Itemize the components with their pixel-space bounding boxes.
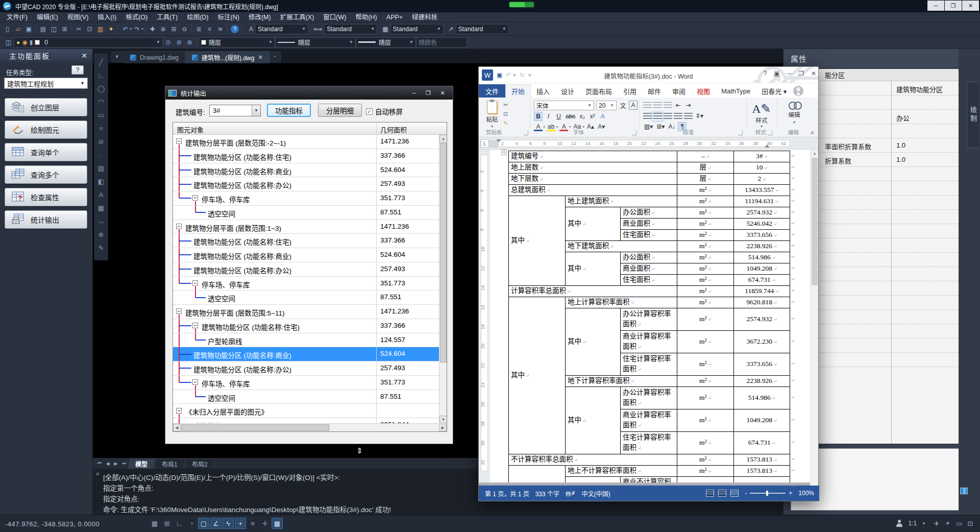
decrease-indent-icon[interactable]: ⇤ (674, 101, 682, 110)
layer-previous-icon[interactable]: ⊘ (174, 37, 184, 47)
table-cell[interactable]: 办公面积 (621, 252, 677, 263)
make-object-layer-current-icon[interactable]: ⊙ (163, 37, 174, 47)
align-right-icon[interactable] (664, 113, 672, 120)
shading-icon[interactable]: ▨▾ (643, 122, 654, 131)
unit-cell[interactable]: 层 (677, 174, 734, 185)
maximize-button[interactable]: ❐ (945, 1, 962, 11)
table-cell[interactable]: 住宅计算容积率面积 (621, 353, 677, 376)
unit-cell[interactable]: m² (677, 275, 734, 286)
value-cell[interactable]: 2238.926 (734, 241, 790, 252)
dyn-icon[interactable]: ϟ (223, 518, 234, 529)
button-查询多个[interactable]: 查询多个 (5, 165, 87, 184)
building-number-select[interactable]: 3# ▼ (209, 105, 261, 116)
superscript-icon[interactable]: x² (588, 112, 597, 121)
tab-引用[interactable]: 引用 (618, 84, 642, 98)
save-file-icon[interactable]: ▣ (23, 24, 34, 34)
value-cell[interactable]: 2238.926 (734, 376, 790, 387)
linetype-select[interactable]: 随层▼ (275, 37, 356, 47)
menu-item-APP+[interactable]: APP+ (382, 12, 407, 22)
font-size-select[interactable]: 20▼ (596, 101, 617, 110)
strikethrough-icon[interactable]: abc (565, 112, 576, 121)
first-layout-icon[interactable]: ⏮ (96, 461, 103, 466)
tab-close-icon[interactable]: ✕ (258, 54, 262, 61)
menu-item-扩展工具(X)[interactable]: 扩展工具(X) (276, 12, 319, 22)
dimension-icon[interactable]: ↔ (95, 214, 107, 228)
table-cell[interactable]: 其中 (566, 252, 621, 286)
unit-cell[interactable]: m² (677, 409, 734, 432)
ribbon-display-icon[interactable]: ▣ (774, 70, 779, 77)
tree-row[interactable]: 建筑物分层平面 (层数范围:-2~-1)1471.236 (173, 135, 439, 149)
value-cell[interactable]: 1049.208 (734, 263, 790, 275)
unit-cell[interactable]: m² (677, 432, 734, 454)
value-cell[interactable]: 3373.656 (734, 353, 790, 376)
value-cell[interactable]: 514.986 (734, 387, 790, 409)
menu-item-标注(N)[interactable]: 标注(N) (213, 12, 244, 22)
table-cell[interactable]: 办公面积 (621, 207, 677, 219)
text-effect-outline-icon[interactable]: A (534, 122, 543, 131)
menu-item-格式(O)[interactable]: 格式(O) (121, 12, 152, 22)
scroll-right-icon[interactable]: ▶ (439, 424, 447, 431)
word-title-bar[interactable]: W ▣ ↶ ▾ ↻ ▾ 建筑物功能指标(3#).doc - Word ? ▣ ─… (479, 67, 818, 83)
chevron-down-icon[interactable]: ▾ (543, 125, 545, 129)
tree-row[interactable]: 停车场、停车库351.773 (173, 277, 439, 291)
unit-cell[interactable]: m² (677, 230, 734, 241)
dialog-minimize-button[interactable]: ─ (407, 88, 421, 98)
scroll-down-icon[interactable]: ▼ (439, 416, 447, 423)
task-type-select[interactable]: 建筑物工程规划▼ (4, 78, 88, 89)
rectangle-icon[interactable]: ▭ (95, 108, 107, 122)
tab-开始[interactable]: 开始 (505, 84, 531, 98)
modify-icon[interactable]: ✎ (95, 241, 107, 254)
user-icon[interactable] (896, 520, 903, 527)
ellipse-icon[interactable]: ⊘ (95, 135, 107, 148)
shrink-font-icon[interactable]: A▾ (597, 122, 606, 131)
tab-审阅[interactable]: 审阅 (667, 84, 691, 98)
isolate-layer-icon[interactable]: ⊚ (184, 37, 195, 47)
new-file-icon[interactable]: ▯ (2, 24, 13, 34)
table-cell[interactable]: 总建筑面积 (509, 185, 677, 196)
pan-icon[interactable]: ✚ (147, 24, 158, 34)
tree-row[interactable]: 透空空间87.551 (173, 390, 439, 404)
command-close-icon[interactable]: ✕ (95, 471, 100, 477)
unit-cell[interactable]: m² (677, 241, 734, 252)
dim-style-select[interactable]: Standard▼ (324, 24, 377, 34)
expand-collapse-icon[interactable] (192, 379, 198, 385)
open-file-icon[interactable]: ▱ (13, 24, 23, 34)
format-painter-icon[interactable]: ✎ (503, 120, 508, 127)
unit-cell[interactable]: m² (677, 308, 734, 331)
table-cell[interactable]: 其中 (566, 387, 621, 454)
tree-row[interactable]: 建筑物分层平面 (层数范围:5~11)1471.236 (173, 305, 439, 319)
scrollbar-thumb[interactable] (181, 424, 329, 431)
unit-cell[interactable]: m² (677, 196, 734, 207)
unit-cell[interactable]: m² (677, 185, 734, 196)
sort-icon[interactable]: A↓ (667, 122, 676, 131)
block-icon[interactable]: ⊕ (95, 228, 107, 241)
table-cell[interactable]: 地下计算容积率面积 (566, 376, 677, 387)
tab-田春光[interactable]: 田春光 ▾ (756, 84, 792, 98)
table-cell[interactable]: 其中 (566, 308, 621, 376)
unit-cell[interactable]: m² (677, 454, 734, 466)
annotation-icon[interactable]: ▦ (272, 518, 283, 529)
proofing-icon[interactable]: ▤✗ (566, 490, 576, 497)
increase-indent-icon[interactable]: ⇥ (684, 101, 693, 110)
expand-collapse-icon[interactable] (176, 224, 182, 229)
scrollbar-thumb[interactable] (440, 143, 447, 362)
tab-selector[interactable]: L (481, 139, 489, 148)
zoom-out-icon[interactable]: - (745, 490, 747, 497)
text-effects-icon[interactable]: A (598, 112, 607, 121)
expand-collapse-icon[interactable] (176, 138, 182, 144)
table-cell[interactable]: 商业计算容积率面积 (621, 331, 677, 353)
message-icon[interactable]: ▭ (953, 518, 965, 529)
grow-font-icon[interactable]: A▴ (586, 122, 595, 131)
zoom-window-icon[interactable]: ⊞ (168, 24, 179, 34)
first-line-indent-marker[interactable] (496, 139, 501, 142)
tree-row[interactable]: 停车场、停车库351.773 (173, 376, 439, 390)
layer-detail-button[interactable]: 分层明细 (318, 104, 362, 117)
undo-icon[interactable]: ↶ (120, 24, 131, 34)
table-cell[interactable]: 住宅计算容积率面积 (621, 432, 677, 454)
tab-视图[interactable]: 视图 (691, 84, 716, 98)
drawing-tab-Drawing1.dwg[interactable]: Drawing1.dwg (124, 51, 185, 63)
distribute-icon[interactable] (684, 113, 693, 120)
file-tab[interactable]: 文件 (479, 84, 505, 98)
value-cell[interactable]: 2 (734, 174, 790, 185)
help-icon[interactable]: ? (231, 25, 239, 33)
